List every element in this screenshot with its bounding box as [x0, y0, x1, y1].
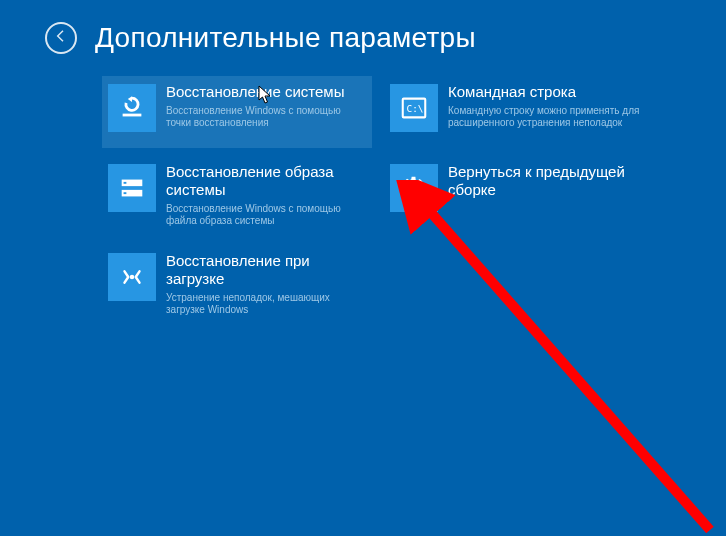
startup-repair-icon [108, 253, 156, 301]
tile-text: Восстановление при загрузке Устранение н… [166, 251, 364, 316]
tile-desc: Восстановление Windows с помощью точки в… [166, 105, 364, 129]
tile-system-restore[interactable]: Восстановление системы Восстановление Wi… [102, 76, 372, 148]
tile-desc: Восстановление Windows с помощью файла о… [166, 203, 364, 227]
svg-point-6 [411, 185, 417, 191]
tile-go-back-build[interactable]: Вернуться к предыдущей сборке [384, 156, 654, 237]
tile-text: Восстановление образа системы Восстановл… [166, 162, 364, 227]
tile-label: Вернуться к предыдущей сборке [448, 163, 646, 199]
back-button[interactable] [45, 22, 77, 54]
tile-text: Восстановление системы Восстановление Wi… [166, 82, 364, 129]
tile-label: Командная строка [448, 83, 646, 101]
svg-rect-4 [124, 182, 127, 184]
svg-text:C:\: C:\ [407, 103, 424, 114]
arrow-left-icon [53, 28, 69, 48]
system-restore-icon [108, 84, 156, 132]
svg-rect-5 [124, 192, 127, 194]
tile-text: Вернуться к предыдущей сборке [448, 162, 646, 203]
tile-command-prompt[interactable]: C:\ Командная строка Командную строку мо… [384, 76, 654, 148]
tile-desc: Устранение неполадок, мешающих загрузке … [166, 292, 364, 316]
tile-text: Командная строка Командную строку можно … [448, 82, 646, 129]
command-prompt-icon: C:\ [390, 84, 438, 132]
header: Дополнительные параметры [45, 22, 476, 54]
gear-icon [390, 164, 438, 212]
tile-desc: Командную строку можно применять для рас… [448, 105, 646, 129]
tile-label: Восстановление при загрузке [166, 252, 364, 288]
page-title: Дополнительные параметры [95, 22, 476, 54]
svg-point-7 [130, 275, 135, 280]
tile-label: Восстановление системы [166, 83, 364, 101]
tile-label: Восстановление образа системы [166, 163, 364, 199]
system-image-recovery-icon [108, 164, 156, 212]
tile-startup-repair[interactable]: Восстановление при загрузке Устранение н… [102, 245, 372, 326]
options-grid: Восстановление системы Восстановление Wi… [102, 76, 672, 326]
tile-system-image-recovery[interactable]: Восстановление образа системы Восстановл… [102, 156, 372, 237]
